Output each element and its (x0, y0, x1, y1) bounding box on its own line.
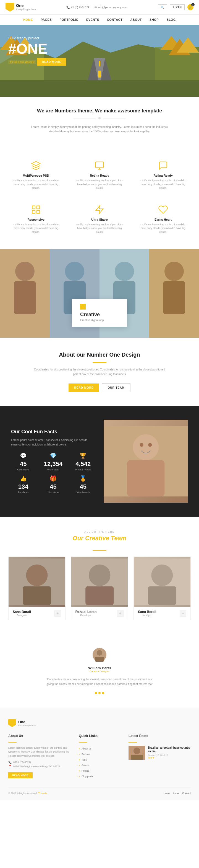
footer-link-4[interactable]: Pricing (79, 768, 120, 774)
read-more-button[interactable]: READ MORE (69, 383, 99, 392)
hero-cta-button[interactable]: READ MORE (37, 58, 66, 66)
team-photo-0 (8, 557, 65, 607)
diamond-icon: 💎 (41, 453, 65, 459)
phone: 📞 +1 (0) 456 789 (66, 6, 89, 9)
team-photo-2 (134, 557, 191, 607)
footer-bottom-home[interactable]: Home (163, 792, 170, 795)
svg-rect-23 (32, 210, 35, 214)
fact-label-awards: Win Awards (71, 491, 95, 494)
team-card-0: Sana Borali Designer + (8, 557, 66, 620)
dot-2[interactable] (98, 692, 101, 694)
nav-item-portfolio[interactable]: PORTFOLIO (55, 15, 82, 25)
svg-marker-16 (32, 161, 40, 165)
nav-link-portfolio[interactable]: PORTFOLIO (55, 15, 82, 25)
nav-item-about[interactable]: ABOUT (126, 15, 146, 25)
team-divider (92, 550, 107, 551)
footer-link-5[interactable]: Blog posts (79, 774, 120, 779)
email-icon: ✉ (94, 6, 97, 9)
logo[interactable]: One Everything is here (5, 3, 36, 12)
svg-point-29 (65, 261, 84, 281)
gallery-photo-1 (0, 249, 50, 338)
section-divider (92, 362, 107, 363)
footer-links-title: Quick Links (79, 734, 120, 738)
footer-link-2[interactable]: Tags (79, 757, 120, 763)
dot-3[interactable] (102, 692, 104, 694)
fact-label-tickets: Project Tickets (71, 468, 95, 471)
team-card-1: Rehaoi Loran Developer + (71, 557, 128, 620)
team-card-plus-1[interactable]: + (117, 610, 124, 617)
svg-rect-39 (127, 460, 165, 496)
feature-title-4: Ultra Sharp (75, 218, 124, 221)
team-member-0-name: Sana Borali (13, 610, 31, 614)
footer-read-more-button[interactable]: READ MORE (8, 772, 33, 778)
header-contact: 📞 +1 (0) 456 789 ✉ info@yourcompany.com (66, 6, 127, 9)
facts-stats-row2: 👍 134 Facebook 🎁 45 Non done 🏅 45 Win Aw… (11, 475, 95, 494)
svg-point-38 (133, 434, 159, 460)
login-button[interactable]: LOGIN (170, 4, 185, 10)
fact-awards: 🏅 45 Win Awards (71, 475, 95, 494)
nav-link-shop[interactable]: SHOP (146, 15, 162, 25)
svg-point-40 (140, 443, 144, 447)
grid-icon (30, 204, 41, 215)
footer-brand: One (18, 720, 36, 724)
svg-point-43 (26, 564, 47, 586)
nav-item-contact[interactable]: CONTACT (103, 15, 126, 25)
nav-link-about[interactable]: ABOUT (126, 15, 146, 25)
nav-item-pages[interactable]: PAGES (37, 15, 55, 25)
nav-link-home[interactable]: HOME (19, 15, 37, 25)
team-card-plus-0[interactable]: + (54, 610, 61, 617)
footer-post-details-0: Brazilian a football base country sicili… (148, 746, 191, 760)
footer-posts-col: Latest Posts Brazilian a football base c… (128, 734, 191, 779)
footer-post-image-0 (128, 746, 145, 760)
about-design-buttons: READ MORE OUR TEAM (22, 383, 177, 392)
team-member-2-role: Analyst (138, 614, 156, 617)
brand-name: One (16, 3, 36, 8)
nav-link-contact[interactable]: CONTACT (103, 15, 126, 25)
testimonial-title: Creative Designer (22, 670, 177, 673)
footer-themify-link[interactable]: Themify (38, 792, 47, 795)
footer-phone-row: 📞 0989 (2744024) (8, 761, 71, 764)
phone-icon: 📞 (66, 6, 70, 9)
team-section: All do it's here Our Creative Team Sana … (0, 517, 199, 634)
team-card-plus-2[interactable]: + (180, 610, 186, 617)
svg-rect-15 (0, 80, 199, 97)
footer-link-1[interactable]: Service (79, 751, 120, 757)
facts-text: Our Cool Fun Facts Lorem ipsum dolor sit… (11, 429, 95, 494)
dot-1[interactable] (95, 692, 97, 694)
svg-point-32 (115, 261, 134, 281)
medal-icon: 🏅 (71, 475, 95, 482)
testimonial-dots (22, 692, 177, 694)
nav-link-blog[interactable]: BLOG (162, 15, 180, 25)
nav-link-pages[interactable]: PAGES (37, 15, 55, 25)
fact-workdone: 💎 12,354 Work done (41, 453, 65, 471)
feature-title-3: Responsive (11, 218, 61, 221)
svg-point-26 (15, 261, 35, 281)
search-button[interactable]: 🔍 (158, 4, 167, 10)
svg-point-55 (133, 748, 140, 754)
nav-item-blog[interactable]: BLOG (162, 15, 180, 25)
footer-link-0[interactable]: About us (79, 746, 120, 751)
nav-item-events[interactable]: EVENTS (82, 15, 103, 25)
our-team-button[interactable]: OUR TEAM (102, 383, 130, 392)
hero-subtitle: This is a business text (8, 60, 36, 64)
monitor-icon (94, 160, 105, 171)
cart-icon[interactable]: 🛒 1 (187, 4, 194, 10)
creative-tag (80, 304, 86, 310)
footer-bottom-contact[interactable]: Contact (182, 792, 191, 795)
svg-point-46 (89, 564, 110, 586)
footer-phone: 0989 (2744024) (13, 761, 31, 764)
svg-point-35 (164, 261, 184, 281)
about-design-section: About our Number One Design Coordinates … (0, 338, 199, 406)
footer-link-3[interactable]: Guests (79, 763, 120, 768)
team-title-post: Team (109, 535, 127, 541)
creative-title: Creative (80, 312, 119, 317)
location-icon: 📍 (8, 765, 12, 768)
nav-item-home[interactable]: HOME (19, 15, 37, 25)
nav-item-shop[interactable]: SHOP (146, 15, 162, 25)
feature-desc-4: It's life. It's interesting. It's fun. I… (75, 223, 124, 234)
nav-link-events[interactable]: EVENTS (82, 15, 103, 25)
feature-ultrasharp: Ultra Sharp It's life. It's interesting.… (72, 200, 127, 238)
team-card-info-0: Sana Borali Designer + (8, 607, 65, 620)
footer-bottom-about[interactable]: About (173, 792, 180, 795)
about-intro-section: We are Numbers theme, We make awesome te… (0, 97, 199, 153)
